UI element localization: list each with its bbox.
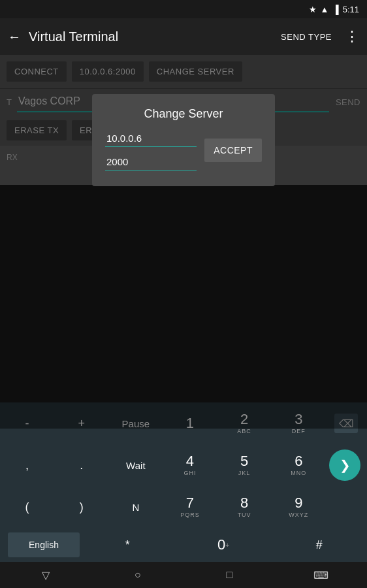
status-icons: ★ ▲ ▐ 5:11 (309, 5, 359, 14)
key-wait[interactable]: Wait (110, 446, 162, 485)
modal-overlay: Change Server ACCEPT (0, 55, 367, 429)
app-title: Virtual Terminal (29, 29, 273, 44)
key-period[interactable]: . (56, 446, 108, 485)
language-button[interactable]: English (8, 532, 80, 557)
nav-bar: ▽ ○ □ ⌨ (0, 562, 367, 588)
nav-back-button[interactable]: ▽ (29, 562, 62, 588)
lang-row: English * 0 + # (0, 528, 367, 562)
key-hash[interactable]: # (271, 528, 367, 562)
nav-keyboard-button[interactable]: ⌨ (305, 562, 338, 588)
battery-icon: ▐ (332, 5, 338, 14)
time: 5:11 (343, 5, 359, 14)
more-options-button[interactable]: ⋮ (345, 28, 359, 45)
key-zero[interactable]: 0 + (176, 528, 272, 562)
bluetooth-icon: ★ (309, 5, 317, 14)
key-n[interactable]: N (110, 487, 162, 527)
change-server-dialog: Change Server ACCEPT (92, 94, 275, 186)
key-5[interactable]: 5 JKL (218, 446, 270, 485)
dialog-body: ACCEPT (105, 130, 262, 171)
key-empty (327, 487, 366, 527)
nav-recent-button[interactable]: □ (213, 562, 246, 588)
keyboard-row-2: , . Wait 4 GHI 5 JKL 6 MNO ❯ (0, 444, 367, 486)
main-wrapper: CONNECT 10.0.0.6:2000 CHANGE SERVER T SE… (0, 55, 367, 429)
key-7[interactable]: 7 PQRS (164, 487, 216, 527)
key-enter[interactable]: ❯ (327, 446, 366, 485)
key-6[interactable]: 6 MNO (272, 446, 325, 485)
key-comma[interactable]: , (1, 446, 54, 485)
back-button[interactable]: ← (8, 29, 21, 44)
key-8[interactable]: 8 TUV (218, 487, 270, 527)
accept-button[interactable]: ACCEPT (204, 139, 262, 162)
dialog-ip-input[interactable] (105, 130, 197, 147)
wifi-icon: ▲ (321, 5, 329, 14)
dialog-fields (105, 130, 197, 171)
key-star[interactable]: * (80, 528, 176, 562)
dialog-port-input[interactable] (105, 154, 197, 171)
keyboard-row-3: ( ) N 7 PQRS 8 TUV 9 WXYZ (0, 486, 367, 528)
nav-home-button[interactable]: ○ (121, 562, 154, 588)
send-type-button[interactable]: SEND TYPE (281, 32, 332, 42)
key-close-paren[interactable]: ) (56, 487, 108, 527)
app-bar: ← Virtual Terminal SEND TYPE ⋮ (0, 18, 367, 55)
key-open-paren[interactable]: ( (1, 487, 54, 527)
dialog-title: Change Server (105, 107, 262, 121)
enter-key-circle: ❯ (329, 449, 360, 481)
key-4[interactable]: 4 GHI (164, 446, 216, 485)
key-9[interactable]: 9 WXYZ (272, 487, 325, 527)
status-bar: ★ ▲ ▐ 5:11 (0, 0, 367, 18)
